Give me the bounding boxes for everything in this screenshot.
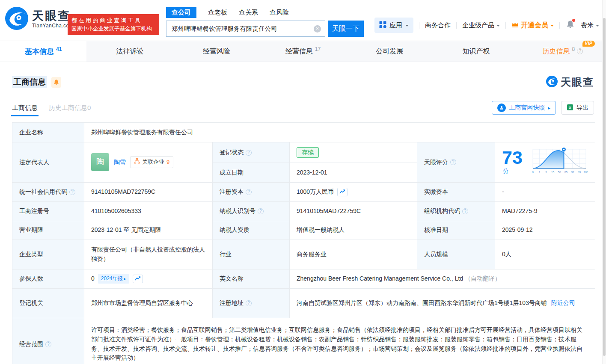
table-row: 经营范围 许可项目：酒类经营；餐饮服务；食品互联网销售；第二类增值电信业务；互联… bbox=[12, 318, 595, 364]
svg-text:85: 85 bbox=[564, 171, 568, 174]
registered-address-value: 河南自贸试验区郑州片区（郑东）动力南路南、圃田西路东华润新时代广场1号楼1层10… bbox=[297, 299, 547, 306]
legal-rep-cell: 陶 陶雪 关联企业 9 bbox=[84, 142, 213, 183]
field-label: 注册资本 bbox=[213, 182, 290, 201]
bell-icon bbox=[53, 79, 59, 86]
field-label: 核准日期 bbox=[417, 221, 495, 240]
registered-address-cell: 河南自贸试验区郑州片区（郑东）动力南路南、圃田西路东华润新时代广场1号楼1层10… bbox=[290, 288, 595, 318]
banner-line2: 国家中小企业发展子基金旗下机构 bbox=[71, 25, 155, 33]
clear-search-icon[interactable] bbox=[314, 25, 321, 33]
nav-apps[interactable]: 应用 bbox=[374, 18, 413, 33]
tianyancha-logo[interactable]: 天眼查 TianYanCha.com bbox=[5, 7, 74, 32]
company-type-value: 有限责任公司（非自然人投资或控股的法人独资） bbox=[84, 240, 213, 269]
svg-text:100: 100 bbox=[584, 171, 588, 174]
field-label: 登记机关 bbox=[12, 288, 84, 318]
trend-chart-icon[interactable] bbox=[337, 188, 348, 196]
nav-divider bbox=[559, 22, 560, 29]
nav-divider bbox=[419, 22, 419, 29]
official-snapshot-button[interactable]: 工商官网快照 ▸ bbox=[492, 101, 556, 115]
related-companies-badge[interactable]: 关联企业 9 bbox=[130, 156, 173, 168]
auto-translate-note: （自动翻译） bbox=[465, 275, 501, 282]
insured-count-cell: 0 2024年报 bbox=[84, 269, 213, 288]
nav-user-menu[interactable]: 费米 bbox=[581, 21, 599, 30]
tab-history-info[interactable]: 历史信息 8 VIP bbox=[520, 41, 606, 62]
help-icon[interactable] bbox=[462, 208, 468, 214]
company-name-value: 郑州啤啤鲜餐饮管理服务有限责任公司 bbox=[84, 123, 595, 142]
tab-count: 17 bbox=[315, 46, 321, 52]
search-input[interactable] bbox=[166, 21, 325, 37]
table-row: 参保人数 0 2024年报 英文名称 Zhengzhou Beer Fresh … bbox=[12, 269, 595, 288]
org-code-value: MAD72275-9 bbox=[495, 201, 595, 221]
search-tab-risk[interactable]: 查风险 bbox=[270, 9, 289, 17]
field-label: 组织机构代码 bbox=[417, 201, 495, 221]
field-label: 天眼评分 bbox=[417, 142, 495, 183]
table-row: 工商注册号 410105002605333 纳税人识别号 91410105MAD… bbox=[12, 201, 595, 221]
chevron-right-icon: ▸ bbox=[548, 105, 550, 111]
score-distribution-chart: 0131550859799100 bbox=[531, 146, 588, 179]
tab-intellectual-property[interactable]: 知识产权 bbox=[433, 41, 519, 62]
trend-chart-icon[interactable] bbox=[133, 275, 143, 283]
scrollbar-thumb[interactable] bbox=[603, 18, 606, 356]
search-box: 查公司 查老板 查关系 查风险 天眼一下 bbox=[166, 7, 364, 37]
tab-operating-risk[interactable]: 经营风险 bbox=[173, 41, 260, 62]
taxpayer-quality-value: 增值税一般纳税人 bbox=[290, 221, 417, 240]
tab-count: 41 bbox=[56, 46, 62, 52]
search-tab-relation[interactable]: 查关系 bbox=[239, 9, 258, 17]
help-icon[interactable] bbox=[45, 341, 51, 347]
tab-label: 经营风险 bbox=[203, 47, 230, 56]
nav-enterprise-products[interactable]: 企业级产品 bbox=[462, 21, 500, 30]
help-icon[interactable] bbox=[246, 300, 252, 306]
tab-basic-info[interactable]: 基本信息41 bbox=[0, 41, 86, 62]
subtab-business-info[interactable]: 工商信息 bbox=[12, 104, 38, 112]
nav-business-cooperation[interactable]: 商务合作 bbox=[425, 21, 451, 30]
nav-username: 费米 bbox=[581, 21, 594, 30]
field-label: 企业名称 bbox=[12, 123, 84, 142]
tab-count: 8 bbox=[572, 46, 575, 52]
tab-label: 公司发展 bbox=[376, 47, 403, 56]
avatar[interactable]: 陶 bbox=[91, 153, 109, 171]
help-icon[interactable] bbox=[450, 159, 456, 165]
score-unit: 分 bbox=[503, 168, 509, 175]
snapshot-label: 工商官网快照 bbox=[509, 104, 545, 112]
help-icon[interactable] bbox=[246, 189, 252, 195]
tab-legal-lawsuits[interactable]: 法律诉讼 bbox=[86, 41, 173, 62]
nav-vip-label: 开通会员 bbox=[521, 21, 548, 30]
help-icon[interactable] bbox=[246, 150, 252, 156]
table-row: 营业期限 2023-12-01 至 无固定期限 纳税人资质 增值税一般纳税人 核… bbox=[12, 221, 595, 240]
field-label: 纳税人识别号 bbox=[213, 201, 290, 221]
related-count: 9 bbox=[166, 158, 169, 166]
establish-date-value: 2023-12-01 bbox=[290, 163, 417, 182]
subscribe-bell-button[interactable] bbox=[51, 77, 61, 88]
field-label: 行业 bbox=[213, 240, 290, 269]
chevron-down-icon bbox=[405, 25, 409, 28]
help-icon[interactable] bbox=[258, 208, 264, 214]
taxpayer-id-value: 91410105MAD722759C bbox=[290, 201, 417, 221]
svg-text:0: 0 bbox=[532, 171, 534, 174]
notifications-bell[interactable] bbox=[566, 20, 574, 30]
table-row: 企业类型 有限责任公司（非自然人投资或控股的法人独资） 行业 商务服务业 人员规… bbox=[12, 240, 595, 269]
search-tabs: 查公司 查老板 查关系 查风险 bbox=[166, 7, 364, 18]
search-button[interactable]: 天眼一下 bbox=[328, 21, 364, 37]
nav-open-vip[interactable]: 开通会员 bbox=[511, 21, 554, 30]
subtab-history-business-info[interactable]: 历史工商信息0 bbox=[49, 104, 91, 112]
tab-label: 经营信息 bbox=[285, 47, 313, 56]
scrollbar-track[interactable] bbox=[602, 0, 606, 364]
search-tab-company[interactable]: 查公司 bbox=[166, 7, 196, 18]
tab-label: 法律诉讼 bbox=[116, 47, 143, 56]
banner-line1: 都在用的商业查询工具 bbox=[71, 16, 155, 25]
table-row: 统一社会信用代码 91410105MAD722759C 注册资本 1000万人民… bbox=[12, 182, 595, 201]
export-button[interactable]: X 导出 bbox=[561, 101, 594, 115]
tab-business-info[interactable]: 经营信息17 bbox=[260, 41, 346, 62]
help-icon[interactable] bbox=[577, 48, 583, 54]
vip-badge: VIP bbox=[582, 41, 595, 47]
legal-rep-link[interactable]: 陶雪 bbox=[114, 158, 126, 167]
watermark-text: 天眼查 bbox=[561, 75, 594, 89]
tab-company-development[interactable]: 公司发展 bbox=[346, 41, 433, 62]
section-title: 工商信息 bbox=[12, 76, 47, 88]
search-tab-boss[interactable]: 查老板 bbox=[208, 9, 227, 17]
nav-enterprise-label: 企业级产品 bbox=[462, 21, 494, 30]
nearby-companies-link[interactable]: 附近公司 bbox=[551, 299, 575, 306]
annual-report-badge[interactable]: 2024年报 bbox=[98, 274, 129, 284]
field-label: 工商注册号 bbox=[12, 201, 84, 221]
help-icon[interactable] bbox=[69, 189, 75, 195]
staff-size-value: 0人 bbox=[495, 240, 595, 269]
